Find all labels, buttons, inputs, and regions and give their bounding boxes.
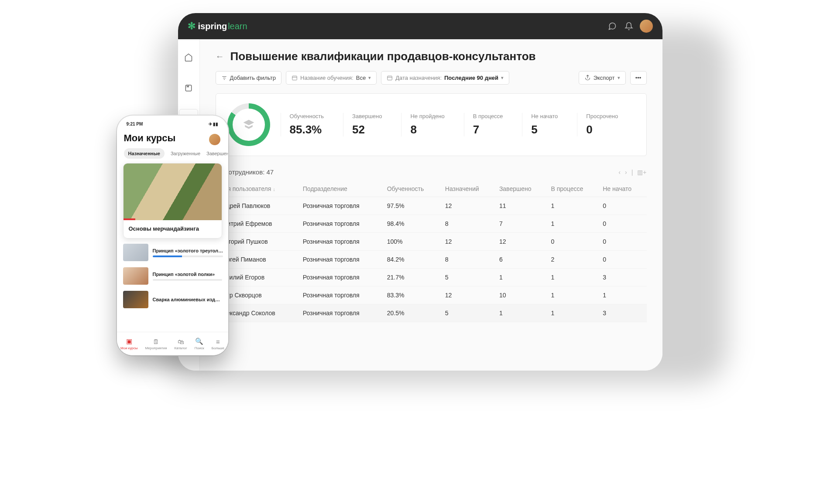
- phone-avatar[interactable]: [209, 134, 220, 145]
- employee-count-row: ых сотрудников: 47 ‹ › | ▥+: [216, 168, 647, 176]
- table-row[interactable]: Дмитрий ЕфремовРозничная торговля98.4%87…: [216, 215, 647, 233]
- cell-ob: 84.2%: [384, 251, 442, 269]
- nav-catalog[interactable]: 🛍Каталог: [175, 338, 187, 350]
- phone-tab-completed[interactable]: Завершен: [206, 151, 228, 156]
- filter-training-label: Название обучения:: [300, 75, 353, 81]
- cell-n: 3: [599, 304, 646, 322]
- course-progress: [153, 279, 222, 281]
- cell-p: 1: [547, 304, 599, 322]
- nav-events[interactable]: 🗓Мероприятия: [145, 338, 167, 350]
- cell-d: 7: [496, 215, 548, 233]
- col-ob[interactable]: Обученность: [384, 181, 442, 197]
- sidebar-library-icon[interactable]: [179, 78, 198, 98]
- svg-rect-1: [292, 76, 297, 80]
- cell-n: 0: [599, 215, 646, 233]
- course-progress: [153, 255, 223, 257]
- col-dept[interactable]: Подразделение: [299, 181, 384, 197]
- phone-hero-card[interactable]: Основы мерчандайзинга: [123, 163, 222, 238]
- cell-d: 10: [496, 286, 548, 304]
- table-row[interactable]: Андрей ПавлюковРозничная торговля97.5%12…: [216, 197, 647, 215]
- employees-table: Имя пользователя↓ Подразделение Обученно…: [216, 181, 647, 322]
- cell-p: 1: [547, 286, 599, 304]
- course-title: Принцип «золотого треугол…: [153, 248, 223, 253]
- cell-p: 0: [547, 233, 599, 251]
- cell-a: 8: [442, 215, 496, 233]
- filter-training[interactable]: Название обучения: Все ▾: [286, 71, 377, 85]
- table-row[interactable]: Григорий ПушковРозничная торговля100%121…: [216, 233, 647, 251]
- brand-glyph-icon: ✻: [188, 20, 196, 32]
- progress-ring: [227, 103, 270, 146]
- cell-ob: 83.3%: [384, 286, 442, 304]
- brand-logo[interactable]: ✻ ispringlearn: [188, 20, 247, 32]
- phone-tab-assigned[interactable]: Назначенные: [124, 148, 165, 159]
- phone-time: 9:21 PM: [127, 122, 143, 126]
- table-row[interactable]: Пётр СкворцовРозничная торговля83.3%1210…: [216, 286, 647, 304]
- sort-down-icon: ↓: [273, 187, 275, 192]
- desktop-app-frame: ✻ ispringlearn: [178, 13, 662, 371]
- pager-next-icon[interactable]: ›: [625, 169, 627, 176]
- cell-d: 6: [496, 251, 548, 269]
- nav-search[interactable]: 🔍Поиск: [195, 337, 204, 350]
- cell-p: 1: [547, 215, 599, 233]
- cell-dept: Розничная торговля: [299, 286, 384, 304]
- phone-course-item[interactable]: Принцип «золотого треугол…: [123, 244, 222, 261]
- bell-icon[interactable]: [623, 20, 635, 32]
- col-assigned[interactable]: Назначений: [442, 181, 496, 197]
- add-filter-label: Добавить фильтр: [230, 75, 276, 81]
- cell-a: 8: [442, 251, 496, 269]
- main-content: ← Повышение квалификации продавцов-консу…: [200, 39, 662, 371]
- cell-ob: 98.4%: [384, 215, 442, 233]
- nav-my-courses[interactable]: ▣Мои курсы: [120, 337, 138, 350]
- export-button[interactable]: Экспорт ▾: [579, 71, 626, 85]
- hero-title: Основы мерчандайзинга: [124, 220, 222, 238]
- nav-more[interactable]: ≡Больше: [212, 338, 224, 350]
- add-filter-button[interactable]: Добавить фильтр: [216, 71, 282, 85]
- cell-ob: 100%: [384, 233, 442, 251]
- user-avatar[interactable]: [640, 20, 653, 33]
- menu-icon: ≡: [216, 338, 220, 345]
- chat-icon[interactable]: [607, 20, 618, 32]
- col-inprog[interactable]: В процессе: [547, 181, 599, 197]
- filter-date[interactable]: Дата назначения: Последние 90 дней ▾: [381, 71, 509, 85]
- search-icon: 🔍: [195, 337, 203, 345]
- phone-tabbar: ▣Мои курсы 🗓Мероприятия 🛍Каталог 🔍Поиск …: [117, 332, 228, 355]
- cell-n: 0: [599, 197, 646, 215]
- cell-n: 0: [599, 251, 646, 269]
- export-label: Экспорт: [594, 75, 615, 81]
- cell-n: 1: [599, 286, 646, 304]
- employee-count-value: 47: [266, 168, 274, 176]
- table-row[interactable]: Александр СоколовРозничная торговля20.5%…: [216, 304, 647, 322]
- cell-a: 5: [442, 269, 496, 286]
- back-arrow-icon[interactable]: ←: [216, 51, 224, 61]
- cell-d: 11: [496, 197, 548, 215]
- phone-course-item[interactable]: Принцип «золотой полки»: [123, 267, 222, 285]
- table-row[interactable]: Василий ЕгоровРозничная торговля21.7%511…: [216, 269, 647, 286]
- cell-a: 12: [442, 197, 496, 215]
- col-done[interactable]: Завершено: [496, 181, 548, 197]
- svg-rect-2: [388, 76, 392, 80]
- page-title: Повышение квалификации продавцов-консуль…: [230, 50, 536, 63]
- cell-dept: Розничная торговля: [299, 251, 384, 269]
- cell-p: 1: [547, 197, 599, 215]
- more-actions-button[interactable]: •••: [630, 71, 647, 85]
- kpi-summary-card: Обученность 85.3% Завершено 52 Не пройде…: [216, 93, 647, 156]
- hero-image: [124, 163, 222, 220]
- phone-page-title: Мои курсы: [124, 133, 221, 144]
- cell-dept: Розничная торговля: [299, 233, 384, 251]
- pager-prev-icon[interactable]: ‹: [618, 169, 621, 176]
- cell-n: 3: [599, 269, 646, 286]
- table-row[interactable]: Сергей ПимановРозничная торговля84.2%862…: [216, 251, 647, 269]
- sidebar-home-icon[interactable]: [179, 48, 198, 67]
- course-thumb: [123, 244, 148, 261]
- kpi-neproideno: Не пройдено 8: [401, 113, 453, 136]
- cell-d: 12: [496, 233, 548, 251]
- col-notstarted[interactable]: Не начато: [599, 181, 646, 197]
- columns-icon[interactable]: ▥+: [637, 169, 646, 176]
- filter-bar: Добавить фильтр Название обучения: Все ▾…: [216, 71, 647, 85]
- phone-tab-downloaded[interactable]: Загруженные: [171, 151, 200, 156]
- cell-p: 1: [547, 269, 599, 286]
- kpi-prosrocheno: Просрочено 0: [577, 113, 627, 136]
- graduation-icon: [242, 118, 255, 131]
- cell-ob: 21.7%: [384, 269, 442, 286]
- phone-course-item[interactable]: Сварка алюминиевых изд…: [123, 291, 222, 308]
